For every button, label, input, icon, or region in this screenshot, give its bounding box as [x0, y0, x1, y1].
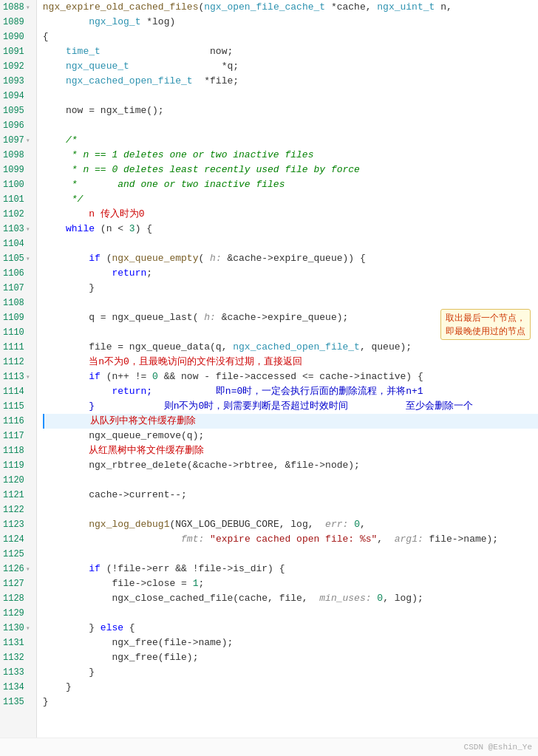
line-number-row: 1113▾: [0, 370, 36, 384]
line-number-row: 1098: [0, 148, 36, 163]
token: 3: [129, 222, 135, 236]
line-number: 1130: [3, 622, 24, 635]
fold-arrow[interactable]: ▾: [26, 253, 33, 265]
fold-arrow[interactable]: ▾: [26, 135, 33, 146]
token: 1: [193, 576, 199, 591]
code-line: n 传入时为0: [43, 207, 538, 222]
line-number-row: 1106: [0, 266, 36, 281]
line-number-row: 1134: [0, 680, 36, 695]
code-line: ngx_close_cached_file(cache, file, min_u…: [43, 591, 538, 606]
line-number: 1099: [3, 163, 24, 177]
code-line: [43, 296, 538, 310]
token: ngx_cached_open_file_t: [43, 74, 193, 89]
footer: CSDN @Eshin_Ye: [0, 738, 538, 757]
token: ;: [146, 266, 152, 281]
line-number-row: 1126▾: [0, 562, 36, 576]
line-number: 1103: [3, 222, 24, 236]
line-number: 1101: [3, 193, 24, 206]
code-line: 当n不为0，且最晚访问的文件没有过期，直接返回: [43, 355, 538, 370]
token: } 则n不为0时，则需要判断是否超过时效时间 至少会删除一个: [43, 399, 473, 414]
line-number-row: 1130▾: [0, 621, 36, 636]
editor-container: 1088▾10891090109110921093109410951096109…: [0, 0, 538, 756]
code-line: ngx_queue_remove(q);: [43, 429, 538, 443]
line-number-row: 1107: [0, 281, 36, 296]
code-line: file = ngx_queue_data(q, ngx_cached_open…: [43, 340, 538, 355]
line-number-row: 1118: [0, 443, 36, 458]
fold-arrow[interactable]: ▾: [26, 224, 33, 235]
fold-arrow[interactable]: ▾: [26, 2, 33, 13]
line-number-row: 1095: [0, 103, 36, 118]
fold-arrow[interactable]: ▾: [26, 564, 33, 575]
code-line: [43, 89, 538, 103]
token: * n == 1 deletes one or two inactive fil…: [43, 148, 314, 163]
line-number: 1118: [3, 444, 24, 457]
token: (: [101, 251, 112, 266]
line-number-row: 1088▾: [0, 0, 36, 15]
token: ngx_queue_empty: [112, 251, 198, 266]
line-number: 1123: [3, 518, 24, 531]
line-number: 1108: [3, 296, 24, 310]
line-number-row: 1109: [0, 310, 36, 325]
code-line: if (ngx_queue_empty( h: &cache->expire_q…: [43, 251, 538, 266]
code-line: ngx_expire_old_cached_files(ngx_open_fil…: [43, 0, 538, 15]
token: [348, 517, 354, 532]
token: 当n不为0，且最晚访问的文件没有过期，直接返回: [43, 355, 302, 370]
token: ngx_free(file->name);: [43, 636, 233, 650]
code-line: [43, 118, 538, 133]
code-line: [43, 547, 538, 562]
token: fmt:: [181, 532, 204, 547]
line-number: 1111: [3, 341, 24, 354]
code-line: file->close = 1;: [43, 576, 538, 591]
token: ngx_cached_open_file_t: [233, 340, 360, 355]
line-number: 1112: [3, 355, 24, 369]
code-line: ngx_free(file);: [43, 650, 538, 665]
token: h:: [210, 251, 222, 266]
token: [372, 591, 378, 606]
fold-arrow[interactable]: ▾: [26, 623, 33, 634]
line-number: 1109: [3, 311, 24, 324]
line-number-row: 1135: [0, 695, 36, 709]
line-number: 1122: [3, 503, 24, 517]
code-line: ngx_cached_open_file_t *file;: [43, 74, 538, 89]
token: q = ngx_queue_last(: [43, 310, 204, 325]
line-number-row: 1093: [0, 74, 36, 89]
token: ,: [377, 532, 394, 547]
fold-arrow[interactable]: ▾: [26, 372, 33, 383]
code-line: q = ngx_queue_last( h: &cache->expire_qu…: [43, 310, 538, 325]
token: ; 即n=0时，一定会执行后面的删除流程，并将n+1: [146, 384, 423, 399]
line-number-row: 1122: [0, 503, 36, 517]
line-number-row: 1129: [0, 606, 36, 621]
token: file->name);: [423, 532, 498, 547]
token: (: [198, 251, 210, 266]
token: return: [112, 266, 146, 281]
token: 从队列中将文件缓存删除: [44, 414, 196, 429]
token: "expire cached open file: %s": [210, 532, 377, 547]
code-content[interactable]: ngx_expire_old_cached_files(ngx_open_fil…: [37, 0, 538, 738]
line-number: 1124: [3, 533, 24, 546]
token: (n <: [95, 222, 129, 236]
code-line: return; 即n=0时，一定会执行后面的删除流程，并将n+1: [43, 384, 538, 399]
code-line: [43, 503, 538, 517]
token: now;: [101, 44, 233, 59]
token: ngx_log_t: [43, 15, 141, 30]
token: err:: [325, 517, 348, 532]
token: ngx_queue_remove(q);: [43, 429, 204, 443]
token: ngx_expire_old_cached_files: [43, 0, 199, 15]
line-number-row: 1089: [0, 15, 36, 30]
line-number: 1133: [3, 666, 24, 679]
line-number: 1131: [3, 636, 24, 650]
line-number-row: 1124: [0, 532, 36, 547]
token: ngx_open_file_cache_t: [204, 0, 325, 15]
line-number-row: 1123: [0, 517, 36, 532]
code-line: * n == 1 deletes one or two inactive fil…: [43, 148, 538, 163]
code-line: return;: [43, 266, 538, 281]
code-line: * n == 0 deletes least recently used fil…: [43, 163, 538, 177]
line-number: 1089: [3, 16, 24, 29]
line-number: 1135: [3, 695, 24, 709]
line-number-row: 1111: [0, 340, 36, 355]
line-number-row: 1121: [0, 488, 36, 503]
token: if: [43, 251, 101, 266]
token: }: [43, 680, 72, 695]
token: (n++ !=: [101, 370, 152, 384]
token: *log): [140, 15, 175, 30]
